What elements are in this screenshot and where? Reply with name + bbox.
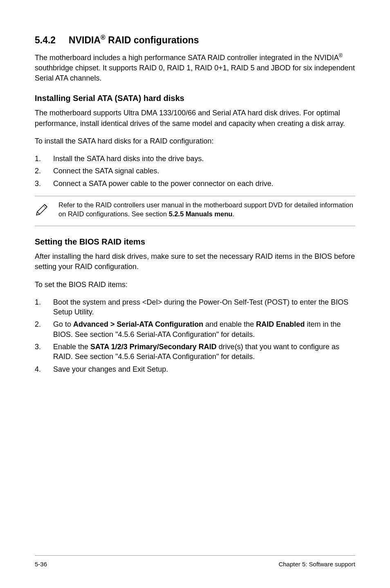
step-text: Install the SATA hard disks into the dri… xyxy=(53,155,204,163)
section-number: 5.4.2 xyxy=(35,35,56,45)
note-box: Refer to the RAID controllers user manua… xyxy=(35,196,355,226)
note-text-part2: . xyxy=(233,210,235,218)
step-number: 3. xyxy=(35,179,41,189)
page-footer: 5-36 Chapter 5: Software support xyxy=(35,555,355,568)
sub2-heading: Setting the BIOS RAID items xyxy=(35,236,355,247)
section-title-p1: NVIDIA xyxy=(69,35,101,45)
list-item: 3.Connect a SATA power cable to the powe… xyxy=(35,179,355,189)
step-text-mid: and enable the xyxy=(203,320,256,328)
note-pencil-icon xyxy=(35,200,55,222)
footer-page-number: 5-36 xyxy=(35,560,47,568)
list-item: 4. Save your changes and Exit Setup. xyxy=(35,364,355,374)
list-item: 3. Enable the SATA 1/2/3 Primary/Seconda… xyxy=(35,342,355,362)
sub1-steps: 1.Install the SATA hard disks into the d… xyxy=(35,154,355,189)
section-title-p2: RAID configurations xyxy=(105,35,199,45)
step-text: Boot the system and press <Del> during t… xyxy=(53,298,348,316)
note-text: Refer to the RAID controllers user manua… xyxy=(55,200,355,219)
sub1-p1: The motherboard supports Ultra DMA 133/1… xyxy=(35,108,355,128)
list-item: 2.Connect the SATA signal cables. xyxy=(35,166,355,176)
sub2-steps: 1. Boot the system and press <Del> durin… xyxy=(35,297,355,374)
step-text: Save your changes and Exit Setup. xyxy=(53,365,168,373)
step-text-bold2: RAID Enabled xyxy=(256,320,305,328)
section-title-sup: ® xyxy=(101,34,105,41)
list-item: 1. Boot the system and press <Del> durin… xyxy=(35,297,355,317)
footer-chapter: Chapter 5: Software support xyxy=(278,560,355,568)
intro-paragraph: The motherboard includes a high performa… xyxy=(35,52,355,84)
step-number: 1. xyxy=(35,297,41,307)
note-text-bold: 5.2.5 Manuals menu xyxy=(169,210,233,218)
sub1-p2: To install the SATA hard disks for a RAI… xyxy=(35,136,355,146)
step-text: Connect a SATA power cable to the power … xyxy=(53,180,273,188)
step-text: Connect the SATA signal cables. xyxy=(53,167,159,175)
step-number: 3. xyxy=(35,342,41,352)
step-number: 4. xyxy=(35,364,41,374)
step-number: 1. xyxy=(35,154,41,164)
sub2-p2: To set the BIOS RAID items: xyxy=(35,280,355,290)
section-heading: 5.4.2 NVIDIA® RAID configurations xyxy=(35,33,355,47)
step-number: 2. xyxy=(35,166,41,176)
step-text-bold1: Advanced > Serial-ATA Configuration xyxy=(73,320,203,328)
step-text-pre: Go to xyxy=(53,320,73,328)
step-number: 2. xyxy=(35,319,41,329)
intro-p1-sup: ® xyxy=(339,53,343,58)
list-item: 1.Install the SATA hard disks into the d… xyxy=(35,154,355,164)
svg-line-2 xyxy=(43,206,46,208)
intro-p1-part2: southbridge chipset. It supports RAID 0,… xyxy=(35,64,355,82)
step-text-bold1: SATA 1/2/3 Primary/Secondary RAID xyxy=(90,343,217,351)
step-text-pre: Enable the xyxy=(53,343,90,351)
sub1-heading: Installing Serial ATA (SATA) hard disks xyxy=(35,92,355,104)
intro-p1-part1: The motherboard includes a high performa… xyxy=(35,54,339,62)
sub2-p1: After installing the hard disk drives, m… xyxy=(35,251,355,272)
svg-line-1 xyxy=(45,204,47,207)
list-item: 2. Go to Advanced > Serial-ATA Configura… xyxy=(35,319,355,339)
svg-line-0 xyxy=(37,212,40,214)
